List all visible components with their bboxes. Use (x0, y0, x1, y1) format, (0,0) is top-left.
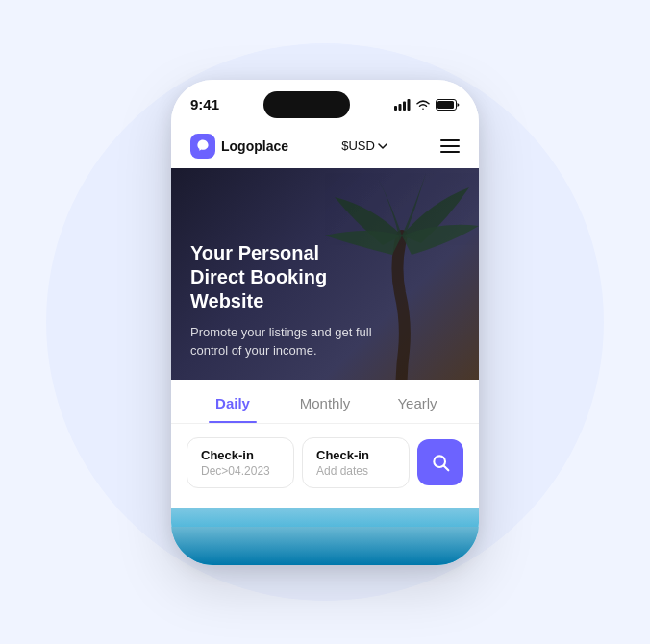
currency-selector[interactable]: $USD (341, 138, 388, 153)
svg-rect-2 (403, 101, 406, 111)
tab-yearly[interactable]: Yearly (371, 395, 463, 423)
battery-icon (436, 99, 460, 111)
search-button[interactable] (417, 439, 463, 485)
checkin-left-value: Dec>04.2023 (201, 464, 280, 478)
checkin-left-box[interactable]: Check-in Dec>04.2023 (187, 437, 294, 488)
hero-subtitle: Promote your listings and get full contr… (190, 323, 373, 360)
signal-icon (394, 99, 411, 111)
wifi-icon (415, 99, 431, 111)
hamburger-menu[interactable] (440, 139, 460, 153)
nav-bar: Logoplace $USD (171, 126, 479, 168)
status-time: 9:41 (190, 96, 219, 112)
brand: Logoplace (190, 134, 288, 159)
checkin-right-label: Check-in (316, 448, 395, 462)
currency-label: $USD (341, 138, 375, 153)
tab-bar: Daily Monthly Yearly (171, 380, 479, 424)
hero-title: Your Personal Direct Booking Website (190, 241, 363, 313)
svg-rect-1 (399, 104, 402, 111)
checkin-right-value: Add dates (316, 464, 395, 478)
menu-line-3 (440, 151, 460, 153)
checkin-left-label: Check-in (201, 448, 280, 462)
brand-icon (190, 134, 215, 159)
status-icons (394, 99, 460, 111)
menu-line-2 (440, 145, 460, 147)
checkin-row: Check-in Dec>04.2023 Check-in Add dates (171, 424, 479, 488)
chevron-down-icon (378, 143, 388, 149)
svg-line-7 (444, 466, 449, 471)
tab-daily[interactable]: Daily (187, 395, 279, 423)
search-icon (431, 453, 450, 472)
pool-preview (171, 508, 479, 565)
status-bar: 9:41 (171, 80, 479, 126)
tab-monthly[interactable]: Monthly (279, 395, 371, 423)
hero-section: Your Personal Direct Booking Website Pro… (171, 168, 479, 380)
svg-rect-5 (438, 101, 454, 109)
brand-name: Logoplace (221, 138, 288, 154)
svg-rect-0 (394, 106, 397, 111)
menu-line-1 (440, 139, 460, 141)
logo-icon (195, 138, 211, 154)
dynamic-island (263, 91, 350, 118)
booking-card: Daily Monthly Yearly Check-in Dec>04.202… (171, 380, 479, 508)
svg-rect-3 (408, 99, 411, 111)
phone-mockup: 9:41 (171, 80, 479, 565)
checkin-right-box[interactable]: Check-in Add dates (302, 437, 410, 488)
